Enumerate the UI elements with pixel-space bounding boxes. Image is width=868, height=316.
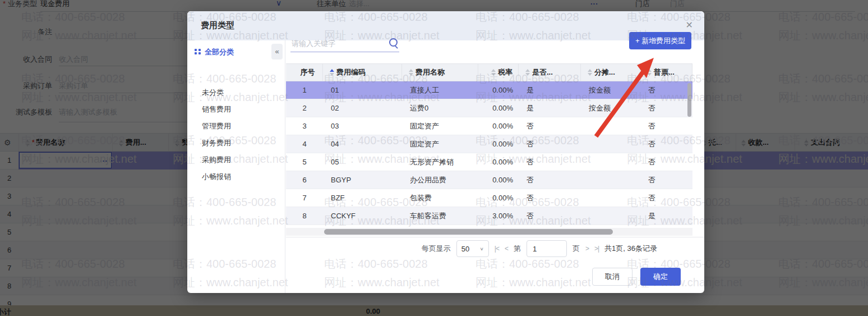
table-cell: 是 xyxy=(519,99,581,117)
table-row[interactable]: 202运费00.00%是按金额否 xyxy=(286,99,692,117)
next-page-icon[interactable]: > xyxy=(585,245,589,253)
first-page-icon[interactable]: |< xyxy=(495,245,499,253)
table-cell: 6 xyxy=(286,171,323,189)
table-cell: 0.00% xyxy=(478,135,519,153)
table-cell: 1 xyxy=(286,81,323,99)
sort-icon[interactable] xyxy=(491,69,496,76)
expense-type-modal: 费用类型 ✕ 全部分类 « 未分类销售费用管理费用财务费用采购费用小畅报销 + … xyxy=(187,11,704,293)
table-cell: 3 xyxy=(286,117,323,135)
confirm-button[interactable]: 确定 xyxy=(640,268,681,286)
table-cell xyxy=(581,207,640,225)
sidebar-item-5[interactable]: 小畅报销 xyxy=(187,168,285,185)
table-cell: 7 xyxy=(286,189,323,207)
grid-icon xyxy=(195,48,201,54)
category-sidebar: 全部分类 « 未分类销售费用管理费用财务费用采购费用小畅报销 xyxy=(187,40,285,293)
sort-icon[interactable] xyxy=(647,69,652,76)
sidebar-item-4[interactable]: 采购费用 xyxy=(187,152,285,168)
table-cell: 4 xyxy=(286,135,323,153)
table-header-row: 序号费用编码费用名称税率是否...分摊...普票... xyxy=(286,63,692,81)
close-icon[interactable]: ✕ xyxy=(686,20,693,30)
table-cell: 否 xyxy=(640,99,692,117)
table-cell: 0.00% xyxy=(478,189,519,207)
table-cell: 否 xyxy=(519,117,581,135)
expense-type-table: 序号费用编码费用名称税率是否...分摊...普票... 101直接人工0.00%… xyxy=(286,63,692,225)
page-size-select[interactable]: 50 ∨ xyxy=(456,240,489,257)
sidebar-collapse-button[interactable]: « xyxy=(271,44,283,59)
table-cell: 0.00% xyxy=(478,153,519,171)
table-cell xyxy=(581,171,640,189)
table-cell: 否 xyxy=(640,171,692,189)
table-cell xyxy=(581,189,640,207)
prev-page-icon[interactable]: < xyxy=(505,245,508,253)
table-cell: 0.00% xyxy=(478,171,519,189)
sidebar-item-2[interactable]: 管理费用 xyxy=(187,118,285,135)
column-header[interactable]: 费用编码 xyxy=(323,64,402,81)
sort-icon[interactable] xyxy=(525,69,530,76)
column-header[interactable]: 费用名称 xyxy=(402,64,478,81)
table-cell: BGYP xyxy=(323,171,402,189)
table-cell: 2 xyxy=(286,99,323,117)
page-number-input[interactable]: 1 xyxy=(527,240,567,257)
table-row[interactable]: 404固定资产0.00%否否 xyxy=(286,135,692,153)
table-cell: 0.00% xyxy=(478,81,519,99)
table-cell: 3.00% xyxy=(478,207,519,225)
table-cell: 5 xyxy=(286,153,323,171)
column-header[interactable]: 是否... xyxy=(519,64,581,81)
page-number-value: 1 xyxy=(533,245,537,253)
table-cell: 否 xyxy=(640,189,692,207)
column-header[interactable]: 序号 xyxy=(286,64,323,81)
add-expense-type-button[interactable]: + 新增费用类型 xyxy=(629,32,691,49)
table-cell: 8 xyxy=(286,207,323,225)
table-body: 101直接人工0.00%是按金额否202运费00.00%是按金额否303固定资产… xyxy=(286,81,692,225)
table-row[interactable]: 7BZF包装费0.00%否否 xyxy=(286,189,692,207)
horizontal-scrollbar-thumb[interactable] xyxy=(324,229,613,235)
sort-icon[interactable] xyxy=(330,69,334,76)
watermark-text: 电话：400-665-0028网址：www.chanjet.net xyxy=(475,255,591,292)
page-size-label: 每页显示 xyxy=(422,244,451,254)
pagination: 每页显示 50 ∨ |< < 第 1 页 > >| 共1页, 36条记录 xyxy=(422,240,657,258)
sidebar-root-label: 全部分类 xyxy=(205,48,234,56)
table-row[interactable]: 6BGYP办公用品费0.00%否否 xyxy=(286,171,692,189)
sort-icon[interactable] xyxy=(409,69,413,76)
cancel-button[interactable]: 取消 xyxy=(592,268,632,286)
table-cell: 否 xyxy=(640,81,692,99)
table-cell: 按金额 xyxy=(581,99,640,117)
table-cell: 否 xyxy=(519,207,581,225)
table-row[interactable]: 8CCKYF车船客运费3.00%否是 xyxy=(286,207,692,225)
table-cell: 否 xyxy=(640,117,692,135)
sidebar-item-1[interactable]: 销售费用 xyxy=(187,101,285,118)
column-header[interactable]: 普票... xyxy=(640,64,692,81)
table-cell: 05 xyxy=(323,153,402,171)
sidebar-item-0[interactable]: 未分类 xyxy=(187,84,285,101)
sidebar-item-all-categories[interactable]: 全部分类 xyxy=(195,46,234,58)
search-input[interactable] xyxy=(290,35,399,52)
sort-icon[interactable] xyxy=(588,69,592,76)
table-cell: 是 xyxy=(519,81,581,99)
table-row[interactable]: 101直接人工0.00%是按金额否 xyxy=(286,81,692,99)
table-cell: 否 xyxy=(519,135,581,153)
table-cell xyxy=(581,153,640,171)
table-cell: 是 xyxy=(640,207,692,225)
sidebar-item-3[interactable]: 财务费用 xyxy=(187,135,285,152)
table-cell: 固定资产 xyxy=(402,135,478,153)
table-cell: 否 xyxy=(640,135,692,153)
table-cell: 固定资产 xyxy=(402,117,478,135)
table-cell: 否 xyxy=(519,153,581,171)
table-cell: 按金额 xyxy=(581,81,640,99)
table-cell: 04 xyxy=(323,135,402,153)
table-row[interactable]: 303固定资产0.00%否否 xyxy=(286,117,692,135)
column-header[interactable]: 税率 xyxy=(478,64,519,81)
vertical-scrollbar[interactable] xyxy=(687,83,691,117)
table-cell: 0.00% xyxy=(478,99,519,117)
search-icon[interactable] xyxy=(389,38,398,47)
table-cell: 包装费 xyxy=(402,189,478,207)
table-cell xyxy=(581,117,640,135)
table-cell: 直接人工 xyxy=(402,81,478,99)
column-header[interactable]: 分摊... xyxy=(581,64,640,81)
last-page-icon[interactable]: >| xyxy=(594,245,599,253)
page-size-value: 50 xyxy=(461,245,469,253)
table-row[interactable]: 505无形资产摊销0.00%否否 xyxy=(286,153,692,171)
page-suffix: 页 xyxy=(572,244,580,254)
table-cell: 否 xyxy=(519,171,581,189)
table-cell: BZF xyxy=(323,189,402,207)
